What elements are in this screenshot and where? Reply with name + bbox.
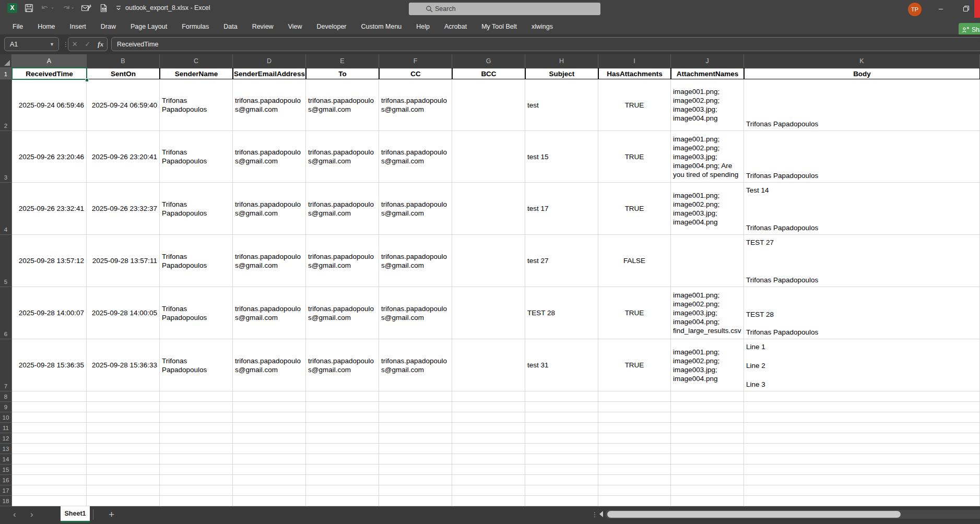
cell-K11[interactable] xyxy=(744,423,980,433)
cell-H18[interactable] xyxy=(525,496,598,506)
cell-C12[interactable] xyxy=(160,433,233,444)
cell-E4[interactable]: trifonas.papadopoulos@gmail.com xyxy=(306,183,379,235)
redo-dropdown-icon[interactable]: ˅ xyxy=(72,6,74,10)
cell-D4[interactable]: trifonas.papadopoulos@gmail.com xyxy=(233,183,306,235)
column-header-K[interactable]: K xyxy=(744,54,980,68)
horizontal-scrollbar-thumb[interactable] xyxy=(607,511,901,518)
menu-tab-file[interactable]: File xyxy=(5,20,30,33)
cell-D10[interactable] xyxy=(233,412,306,423)
cell-G7[interactable] xyxy=(452,339,525,391)
cell-I14[interactable] xyxy=(598,454,671,465)
cell-H12[interactable] xyxy=(525,433,598,444)
cell-F5[interactable]: trifonas.papadopoulos@gmail.com xyxy=(379,235,452,287)
cell-F1[interactable]: CC xyxy=(379,68,452,79)
cell-K2[interactable]: Trifonas Papadopoulos xyxy=(744,79,980,131)
cell-J12[interactable] xyxy=(671,433,744,444)
cell-J18[interactable] xyxy=(671,496,744,506)
cell-C1[interactable]: SenderName xyxy=(160,68,233,79)
cell-F13[interactable] xyxy=(379,444,452,454)
menu-tab-review[interactable]: Review xyxy=(245,20,281,33)
cell-B17[interactable] xyxy=(87,485,160,496)
column-header-C[interactable]: C xyxy=(160,54,233,68)
cell-K16[interactable] xyxy=(744,475,980,485)
row-header-5[interactable]: 5 xyxy=(0,235,12,287)
cell-G13[interactable] xyxy=(452,444,525,454)
cell-E18[interactable] xyxy=(306,496,379,506)
cell-I12[interactable] xyxy=(598,433,671,444)
cell-A10[interactable] xyxy=(12,412,87,423)
cell-K8[interactable] xyxy=(744,391,980,402)
cell-E14[interactable] xyxy=(306,454,379,465)
cell-A14[interactable] xyxy=(12,454,87,465)
cell-J10[interactable] xyxy=(671,412,744,423)
cell-E1[interactable]: To xyxy=(306,68,379,79)
horizontal-scrollbar-track[interactable] xyxy=(605,510,980,519)
qat-customize-icon[interactable] xyxy=(115,5,122,11)
row-header-3[interactable]: 3 xyxy=(0,131,12,183)
cell-G4[interactable] xyxy=(452,183,525,235)
cell-J15[interactable] xyxy=(671,465,744,475)
cell-B6[interactable]: 2025-09-28 14:00:05 xyxy=(87,287,160,339)
cell-G2[interactable] xyxy=(452,79,525,131)
cell-E12[interactable] xyxy=(306,433,379,444)
menu-tab-draw[interactable]: Draw xyxy=(93,20,123,33)
cell-J9[interactable] xyxy=(671,402,744,412)
cell-E10[interactable] xyxy=(306,412,379,423)
cell-C16[interactable] xyxy=(160,475,233,485)
cell-A17[interactable] xyxy=(12,485,87,496)
cell-H1[interactable]: Subject xyxy=(525,68,598,79)
cell-I16[interactable] xyxy=(598,475,671,485)
cell-J17[interactable] xyxy=(671,485,744,496)
cell-K10[interactable] xyxy=(744,412,980,423)
cell-H3[interactable]: test 15 xyxy=(525,131,598,183)
prev-sheet-icon[interactable]: ‹ xyxy=(13,506,16,522)
cell-E9[interactable] xyxy=(306,402,379,412)
cell-D6[interactable]: trifonas.papadopoulos@gmail.com xyxy=(233,287,306,339)
cell-D3[interactable]: trifonas.papadopoulos@gmail.com xyxy=(233,131,306,183)
cell-H7[interactable]: test 31 xyxy=(525,339,598,391)
cell-G5[interactable] xyxy=(452,235,525,287)
cell-A8[interactable] xyxy=(12,391,87,402)
column-header-D[interactable]: D xyxy=(233,54,306,68)
menu-tab-page-layout[interactable]: Page Layout xyxy=(123,20,174,33)
add-sheet-button[interactable]: + xyxy=(109,506,114,522)
cell-K12[interactable] xyxy=(744,433,980,444)
search-input[interactable]: Search xyxy=(409,3,600,15)
cell-H5[interactable]: test 27 xyxy=(525,235,598,287)
cell-H10[interactable] xyxy=(525,412,598,423)
cell-D12[interactable] xyxy=(233,433,306,444)
cell-B15[interactable] xyxy=(87,465,160,475)
cell-B3[interactable]: 2025-09-26 23:20:41 xyxy=(87,131,160,183)
cell-B4[interactable]: 2025-09-26 23:32:37 xyxy=(87,183,160,235)
row-header-16[interactable]: 16 xyxy=(0,475,12,485)
cell-A3[interactable]: 2025-09-26 23:20:46 xyxy=(12,131,87,183)
cell-K6[interactable]: TEST 28Trifonas Papadopoulos xyxy=(744,287,980,339)
column-header-B[interactable]: B xyxy=(87,54,160,68)
column-header-I[interactable]: I xyxy=(598,54,671,68)
cell-A5[interactable]: 2025-09-28 13:57:12 xyxy=(12,235,87,287)
cell-J6[interactable]: image001.png;image002.png;image003.jpg;i… xyxy=(671,287,744,339)
cell-B7[interactable]: 2025-09-28 15:36:33 xyxy=(87,339,160,391)
cell-F15[interactable] xyxy=(379,465,452,475)
cell-F3[interactable]: trifonas.papadopoulos@gmail.com xyxy=(379,131,452,183)
menu-tab-custom-menu[interactable]: Custom Menu xyxy=(354,20,409,33)
cell-F11[interactable] xyxy=(379,423,452,433)
insert-function-icon[interactable]: fx xyxy=(98,40,103,49)
cell-E15[interactable] xyxy=(306,465,379,475)
cell-D1[interactable]: SenderEmailAddress xyxy=(233,68,306,79)
cell-I10[interactable] xyxy=(598,412,671,423)
formula-input[interactable]: ReceivedTime xyxy=(111,37,980,51)
cell-J3[interactable]: image001.png;image002.png;image003.jpg;i… xyxy=(671,131,744,183)
restore-button[interactable] xyxy=(955,0,976,17)
cell-F4[interactable]: trifonas.papadopoulos@gmail.com xyxy=(379,183,452,235)
cell-I2[interactable]: TRUE xyxy=(598,79,671,131)
close-button[interactable] xyxy=(974,0,980,18)
cell-C14[interactable] xyxy=(160,454,233,465)
cell-K1[interactable]: Body xyxy=(744,68,980,79)
cell-D15[interactable] xyxy=(233,465,306,475)
cell-C10[interactable] xyxy=(160,412,233,423)
cell-G17[interactable] xyxy=(452,485,525,496)
cell-G14[interactable] xyxy=(452,454,525,465)
cell-C6[interactable]: TrifonasPapadopoulos xyxy=(160,287,233,339)
fill-handle[interactable] xyxy=(85,78,89,82)
